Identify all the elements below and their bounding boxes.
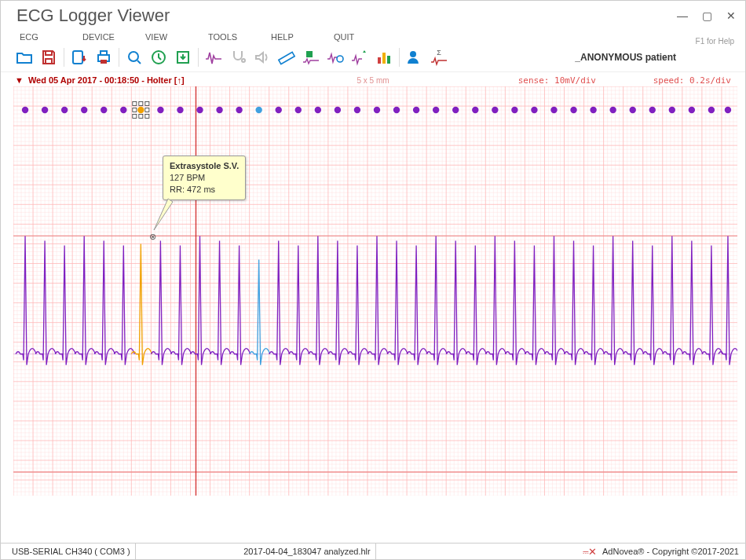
plug-icon: ⎓✕	[583, 546, 596, 558]
ecg-canvas	[13, 86, 737, 496]
tag-green-button[interactable]	[300, 46, 322, 68]
svg-rect-410	[145, 108, 149, 112]
svg-rect-8	[279, 52, 294, 64]
close-icon[interactable]: ✕	[726, 9, 736, 22]
signal-button[interactable]	[203, 46, 225, 68]
ecg-chart[interactable]: ⊗ Extrasystole S.V. 127 BPM RR: 472 ms	[13, 86, 737, 538]
svg-rect-404	[133, 102, 137, 106]
toolbar-sep	[198, 48, 199, 67]
svg-point-374	[157, 107, 163, 113]
svg-rect-405	[133, 108, 137, 112]
open-folder-button[interactable]	[13, 46, 35, 68]
menu-device[interactable]: DEVICE	[82, 32, 145, 42]
svg-point-386	[393, 107, 400, 113]
tooltip-title: Extrasystole S.V.	[170, 161, 239, 170]
svg-text:Σ: Σ	[437, 49, 441, 57]
menu-help[interactable]: HELP	[271, 32, 334, 42]
minimize-icon[interactable]: —	[677, 9, 688, 22]
statusbar: USB-SERIAL CH340 ( COM3 ) 2017-04-04_183…	[1, 543, 745, 559]
svg-point-377	[216, 107, 222, 113]
svg-point-391	[492, 107, 498, 113]
toolbar-sep	[64, 48, 64, 67]
svg-point-394	[550, 107, 557, 113]
svg-point-390	[472, 107, 478, 113]
status-copyright: AdNovea® - Copyright ©2017-2021	[602, 547, 739, 556]
svg-point-402	[708, 107, 715, 113]
svg-point-10	[337, 56, 343, 62]
svg-point-4	[129, 52, 138, 61]
svg-rect-407	[139, 102, 143, 106]
svg-point-14	[410, 51, 416, 57]
beat-tooltip: Extrasystole S.V. 127 BPM RR: 472 ms	[163, 156, 246, 200]
signal-export-button[interactable]	[349, 46, 371, 68]
svg-point-7	[242, 59, 245, 62]
svg-point-388	[433, 107, 439, 113]
maximize-icon[interactable]: ▢	[702, 9, 712, 22]
menu-quit[interactable]: QUIT	[334, 32, 397, 42]
svg-rect-411	[145, 115, 149, 119]
svg-point-400	[669, 107, 675, 113]
svg-point-403	[725, 107, 731, 113]
help-hint: F1 for Help	[696, 37, 734, 46]
print-button[interactable]	[93, 46, 115, 68]
svg-rect-3	[101, 60, 107, 64]
svg-rect-408	[139, 115, 143, 119]
svg-point-387	[413, 107, 419, 113]
toolbar-sep	[399, 48, 400, 67]
svg-point-382	[315, 107, 321, 113]
sound-button[interactable]	[251, 46, 273, 68]
stethoscope-button[interactable]	[227, 46, 249, 68]
app-window: { "title": "ECG Logger Viewer", "help_hi…	[0, 0, 746, 560]
svg-rect-13	[387, 56, 390, 64]
status-port: USB-SERIAL CH340 ( COM3 )	[7, 544, 136, 559]
app-title: ECG Logger Viewer	[16, 5, 170, 26]
svg-rect-2	[101, 51, 107, 55]
svg-point-375	[177, 107, 183, 113]
marker-triangle-icon[interactable]: ▼	[15, 75, 24, 85]
svg-rect-0	[73, 51, 82, 64]
device-download-button[interactable]	[68, 46, 90, 68]
svg-point-398	[629, 107, 635, 113]
svg-point-372	[120, 107, 126, 113]
patient-button[interactable]	[404, 46, 426, 68]
svg-point-368	[42, 107, 48, 113]
menu-view[interactable]: VIEW	[145, 32, 208, 42]
sigma-signal-button[interactable]: Σ	[428, 46, 450, 68]
save-button[interactable]	[38, 46, 60, 68]
time-button[interactable]	[148, 46, 170, 68]
status-file: 2017-04-04_183047 analyzed.hlr	[239, 544, 375, 559]
signal-zoom-button[interactable]	[324, 46, 346, 68]
download-button[interactable]	[172, 46, 194, 68]
svg-point-389	[452, 107, 459, 113]
svg-point-371	[101, 107, 107, 113]
menubar: ECG DEVICE VIEW TOOLS HELP QUIT	[1, 31, 745, 45]
svg-point-378	[236, 107, 242, 113]
stats-button[interactable]	[373, 46, 395, 68]
menu-ecg[interactable]: ECG	[20, 32, 82, 42]
svg-rect-11	[378, 57, 381, 64]
svg-point-395	[570, 107, 576, 113]
recording-label: Wed 05 Apr 2017 - 00:18:50 - Holter [↑]	[28, 75, 185, 85]
svg-point-384	[354, 107, 360, 113]
tooltip-rr: RR: 472 ms	[170, 185, 215, 194]
svg-rect-9	[306, 51, 313, 57]
speed-label: speed: 0.2s/div	[653, 75, 731, 86]
svg-point-399	[649, 107, 656, 113]
strip-header: ▼ Wed 05 Apr 2017 - 00:18:50 - Holter [↑…	[1, 72, 745, 86]
svg-rect-406	[133, 115, 137, 119]
window-controls: — ▢ ✕	[677, 9, 736, 22]
ruler-button[interactable]	[276, 46, 298, 68]
svg-point-367	[22, 107, 28, 113]
svg-point-392	[511, 107, 517, 113]
svg-point-397	[609, 107, 616, 113]
toolbar: Σ _ANONYMOUS patient	[1, 45, 745, 72]
titlebar: ECG Logger Viewer — ▢ ✕	[1, 1, 745, 31]
svg-point-376	[196, 107, 203, 113]
svg-point-380	[276, 107, 282, 113]
zoom-button[interactable]	[123, 46, 145, 68]
svg-point-381	[295, 107, 302, 113]
svg-rect-409	[145, 102, 149, 106]
svg-point-369	[61, 107, 68, 113]
svg-point-393	[531, 107, 537, 113]
menu-tools[interactable]: TOOLS	[208, 32, 271, 42]
